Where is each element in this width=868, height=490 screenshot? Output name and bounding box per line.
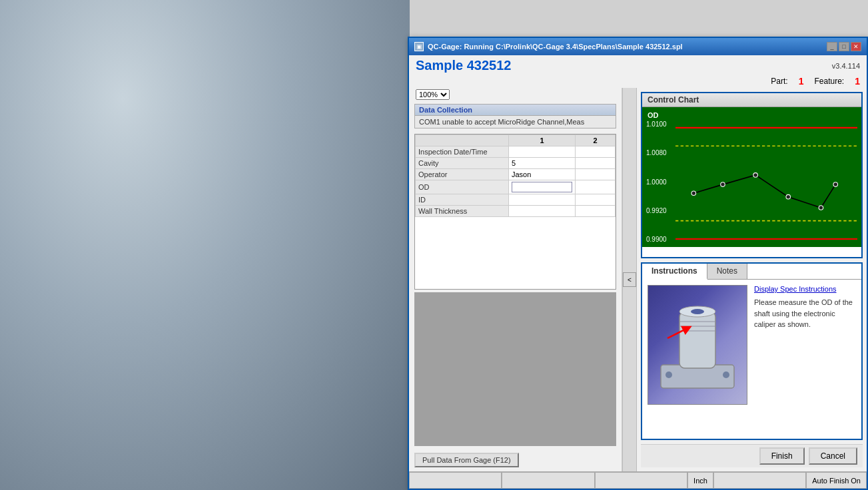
finish-button[interactable]: Finish bbox=[759, 447, 805, 465]
part-value: 1 bbox=[799, 76, 804, 87]
y-label-5: 0.9900 bbox=[646, 236, 667, 243]
row-label-od: OD bbox=[416, 180, 509, 194]
table-row: Cavity 5 bbox=[416, 158, 616, 169]
table-row: OD bbox=[416, 180, 616, 194]
svg-point-4 bbox=[691, 191, 696, 196]
svg-point-12 bbox=[723, 371, 729, 378]
col-header-part2: 2 bbox=[576, 135, 616, 146]
row-label-inspection: Inspection Date/Time bbox=[416, 146, 509, 158]
table-row: Operator Jason bbox=[416, 169, 616, 180]
chart-svg bbox=[675, 121, 857, 255]
gray-area bbox=[414, 292, 616, 447]
data-collection-message: COM1 unable to accept MicroRidge Channel… bbox=[415, 116, 616, 128]
data-collection-header: Data Collection bbox=[415, 105, 616, 116]
close-button[interactable]: ✕ bbox=[851, 42, 861, 51]
cancel-button[interactable]: Cancel bbox=[809, 447, 857, 465]
svg-point-7 bbox=[786, 194, 791, 199]
row-val-operator-2 bbox=[576, 169, 616, 180]
row-label-cavity: Cavity bbox=[416, 158, 509, 169]
part-label: Part: bbox=[771, 77, 787, 86]
svg-rect-13 bbox=[679, 312, 715, 368]
row-val-id-1[interactable] bbox=[509, 194, 576, 206]
row-label-id: ID bbox=[416, 194, 509, 206]
y-label-2: 1.0080 bbox=[646, 149, 667, 156]
part-illustration bbox=[654, 292, 741, 398]
row-val-od-2[interactable] bbox=[576, 180, 616, 194]
y-label-1: 1.0100 bbox=[646, 121, 667, 128]
col-header-label bbox=[416, 135, 509, 146]
data-collection-section: Data Collection COM1 unable to accept Mi… bbox=[414, 104, 616, 128]
od-input[interactable] bbox=[512, 182, 572, 192]
app-icon: ▣ bbox=[414, 42, 424, 51]
table-row: Wall Thickness bbox=[416, 206, 616, 217]
svg-point-9 bbox=[833, 182, 838, 187]
display-spec-link[interactable]: Display Spec Instructions bbox=[754, 285, 856, 293]
tab-row: Instructions Notes bbox=[642, 264, 861, 280]
instructions-section: Instructions Notes bbox=[641, 262, 863, 440]
zoom-select[interactable]: 100% bbox=[416, 89, 450, 100]
instructions-description: Please measure the OD of the shaft using… bbox=[754, 297, 856, 330]
col-header-part1: 1 bbox=[509, 135, 576, 146]
status-item-5 bbox=[713, 472, 806, 489]
tab-notes[interactable]: Notes bbox=[707, 264, 747, 279]
y-label-3: 1.0000 bbox=[646, 178, 667, 186]
maximize-button[interactable]: □ bbox=[839, 42, 849, 51]
zoom-row: 100% bbox=[409, 88, 622, 101]
y-axis: 1.0100 1.0080 1.0000 0.9920 0.9900 bbox=[646, 121, 667, 243]
left-panel: 100% Data Collection COM1 unable to acce… bbox=[409, 88, 622, 471]
chart-od-label: OD bbox=[648, 111, 659, 119]
tab-instructions[interactable]: Instructions bbox=[642, 264, 707, 280]
status-item-1 bbox=[409, 472, 502, 489]
row-val-wallthick-1[interactable] bbox=[509, 206, 576, 217]
status-item-3 bbox=[595, 472, 687, 489]
chart-area: OD 1.0100 1.0080 1.0000 0.9920 0.9900 bbox=[642, 107, 861, 247]
feature-value: 1 bbox=[855, 76, 860, 87]
feature-label: Feature: bbox=[815, 77, 845, 86]
data-table-wrap: 1 2 Inspection Date/Time Cavity bbox=[414, 134, 616, 290]
status-item-2 bbox=[502, 472, 594, 489]
app-window: ▣ QC-Gage: Running C:\Prolink\QC-Gage 3.… bbox=[408, 37, 868, 490]
row-val-od-1[interactable] bbox=[509, 180, 576, 194]
row-val-cavity-1: 5 bbox=[509, 158, 576, 169]
pull-data-row: Pull Data From Gage (F12) bbox=[409, 449, 622, 471]
row-val-operator-1: Jason bbox=[509, 169, 576, 180]
window-controls: _ □ ✕ bbox=[827, 42, 861, 51]
svg-point-6 bbox=[753, 173, 758, 178]
pull-data-button[interactable]: Pull Data From Gage (F12) bbox=[414, 453, 519, 467]
row-label-operator: Operator bbox=[416, 169, 509, 180]
status-item-inch: Inch bbox=[687, 472, 713, 489]
instructions-content: Display Spec Instructions Please measure… bbox=[642, 280, 861, 439]
table-row: ID bbox=[416, 194, 616, 206]
version-label: v3.4.114 bbox=[832, 62, 860, 70]
row-val-inspection-2[interactable] bbox=[576, 146, 616, 158]
svg-point-18 bbox=[691, 309, 704, 314]
scroll-left-button[interactable]: < bbox=[623, 272, 636, 287]
control-chart-tab[interactable]: Control Chart bbox=[642, 93, 861, 107]
instructions-text-area: Display Spec Instructions Please measure… bbox=[754, 285, 856, 433]
minimize-button[interactable]: _ bbox=[827, 42, 837, 51]
row-val-inspection-1[interactable] bbox=[509, 146, 576, 158]
row-val-id-2[interactable] bbox=[576, 194, 616, 206]
window-title: QC-Gage: Running C:\Prolink\QC-Gage 3.4\… bbox=[428, 43, 683, 51]
row-val-cavity-2 bbox=[576, 158, 616, 169]
status-item-autofinish: Auto Finish On bbox=[806, 472, 867, 489]
svg-point-5 bbox=[721, 182, 725, 187]
row-val-wallthick-2[interactable] bbox=[576, 206, 616, 217]
data-table: 1 2 Inspection Date/Time Cavity bbox=[415, 134, 616, 217]
table-row: Inspection Date/Time bbox=[416, 146, 616, 158]
status-bar: Inch Auto Finish On bbox=[409, 471, 867, 489]
svg-point-8 bbox=[819, 206, 823, 210]
y-label-4: 0.9920 bbox=[646, 207, 667, 214]
app-title: Sample 432512 bbox=[416, 58, 511, 73]
background-photo bbox=[0, 0, 410, 490]
svg-point-11 bbox=[665, 371, 672, 378]
chart-section: Control Chart OD 1.0100 1.0080 1.0000 0.… bbox=[641, 92, 863, 258]
bottom-bar: Finish Cancel bbox=[641, 444, 863, 467]
right-panel: Control Chart OD 1.0100 1.0080 1.0000 0.… bbox=[637, 88, 867, 471]
row-label-wallthick: Wall Thickness bbox=[416, 206, 509, 217]
title-bar: ▣ QC-Gage: Running C:\Prolink\QC-Gage 3.… bbox=[409, 38, 867, 55]
instructions-image bbox=[648, 285, 747, 405]
